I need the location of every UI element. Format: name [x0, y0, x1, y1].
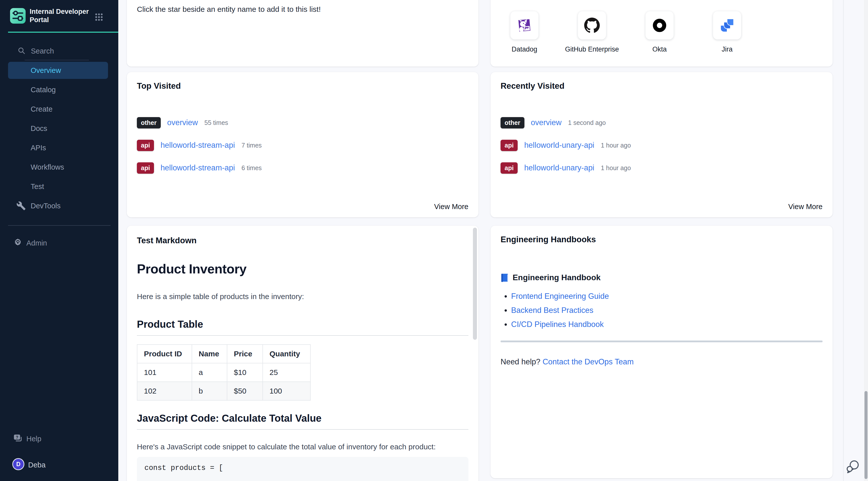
wrench-icon: [16, 201, 26, 211]
kind-badge[interactable]: api: [501, 162, 518, 174]
view-more-button[interactable]: View More: [788, 203, 823, 211]
column-header: Quantity: [263, 344, 310, 363]
sidebar-item-apis[interactable]: APIs: [8, 139, 108, 156]
support-chat-icon[interactable]: [846, 459, 860, 475]
column-header: Product ID: [137, 344, 192, 363]
sidebar-user[interactable]: D Deba: [0, 458, 118, 471]
handbook-link-cicd[interactable]: CI/CD Pipelines Handbook: [511, 320, 604, 329]
sidebar: Internal Developer Portal Search Overvie…: [0, 0, 118, 481]
integration-label: Datadog: [512, 46, 537, 53]
markdown-h2-js-code: JavaScript Code: Calculate Total Value: [137, 412, 468, 430]
sidebar-item-docs[interactable]: Docs: [8, 120, 108, 137]
search-divider: [25, 60, 89, 60]
integrations-card: Datadog GitHub Enterprise: [491, 0, 833, 67]
page-scrollbar-track[interactable]: [864, 0, 868, 481]
card-scrollbar-thumb[interactable]: [473, 228, 477, 340]
entity-link[interactable]: overview: [167, 118, 198, 127]
sidebar-item-help[interactable]: ? Help: [0, 432, 118, 445]
visit-count: 7 times: [241, 142, 262, 149]
entity-link[interactable]: helloworld-unary-api: [524, 141, 594, 150]
handbook-link-frontend[interactable]: Frontend Engineering Guide: [511, 292, 609, 301]
kind-badge[interactable]: other: [501, 117, 524, 128]
integration-okta[interactable]: Okta: [632, 11, 687, 53]
entity-link[interactable]: helloworld-unary-api: [524, 163, 594, 172]
sidebar-item-admin[interactable]: Admin: [0, 236, 118, 250]
integrations-row: Datadog GitHub Enterprise: [491, 11, 833, 53]
top-visited-card: Top Visited other overview 55 times api …: [127, 72, 478, 217]
handbook-links-list: Frontend Engineering Guide Backend Best …: [501, 291, 823, 329]
visited-row: other overview 1 second ago: [501, 116, 823, 129]
recently-visited-card: Recently Visited other overview 1 second…: [491, 72, 833, 217]
svg-text:?: ?: [16, 435, 18, 440]
visited-row: api helloworld-stream-api 6 times: [137, 161, 468, 174]
entity-link[interactable]: overview: [531, 118, 562, 127]
thick-divider: [501, 340, 823, 342]
search-input[interactable]: Search: [0, 44, 118, 58]
kind-badge[interactable]: api: [137, 162, 154, 174]
recently-visited-list: other overview 1 second ago api hellowor…: [501, 116, 823, 174]
entity-link[interactable]: helloworld-stream-api: [160, 163, 235, 172]
list-item: CI/CD Pipelines Handbook: [501, 320, 823, 329]
column-header: Name: [192, 344, 227, 363]
markdown-intro: Here is a simple table of products in th…: [137, 291, 468, 303]
sidebar-item-devtools[interactable]: DevTools: [8, 197, 108, 214]
book-icon: [501, 273, 508, 282]
sidebar-item-catalog[interactable]: Catalog: [8, 81, 108, 98]
sidebar-accent-divider: [8, 32, 118, 33]
sidebar-item-overview[interactable]: Overview: [8, 62, 108, 79]
visited-row: api helloworld-stream-api 7 times: [137, 139, 468, 152]
jira-icon: [713, 11, 741, 39]
recently-visited-title: Recently Visited: [501, 81, 823, 91]
search-icon: [18, 47, 26, 55]
sidebar-item-workflows[interactable]: Workflows: [8, 158, 108, 176]
visited-row: api helloworld-unary-api 1 hour ago: [501, 161, 823, 174]
code-text: const products = [: [145, 464, 223, 472]
entity-link[interactable]: helloworld-stream-api: [160, 141, 235, 150]
markdown-card-title: Test Markdown: [137, 236, 468, 245]
contact-devops-link[interactable]: Contact the DevOps Team: [542, 357, 634, 366]
sidebar-item-create[interactable]: Create: [8, 100, 108, 118]
column-header: Price: [227, 344, 263, 363]
okta-icon: [646, 11, 674, 39]
table-row: 102 b $50 100: [137, 382, 310, 400]
markdown-h1: Product Inventory: [137, 261, 468, 276]
markdown-js-intro: Here's a JavaScript code snippet to calc…: [137, 441, 446, 453]
visited-row: other overview 55 times: [137, 116, 468, 129]
kind-badge[interactable]: other: [137, 117, 161, 128]
markdown-h2-product-table: Product Table: [137, 318, 468, 336]
handbook-link-backend[interactable]: Backend Best Practices: [511, 306, 593, 315]
sidebar-item-test[interactable]: Test: [8, 178, 108, 195]
top-visited-list: other overview 55 times api helloworld-s…: [137, 116, 468, 174]
datadog-icon: [510, 11, 538, 39]
integration-github[interactable]: GitHub Enterprise: [564, 11, 620, 53]
visit-time: 1 second ago: [568, 119, 606, 126]
handbook-section-title: Engineering Handbook: [513, 273, 600, 282]
help-label: Help: [26, 435, 41, 443]
content-right-border: [843, 0, 844, 481]
search-placeholder: Search: [31, 47, 54, 55]
visit-time: 1 hour ago: [601, 164, 631, 172]
visited-row: api helloworld-unary-api 1 hour ago: [501, 139, 823, 152]
integration-datadog[interactable]: Datadog: [497, 11, 552, 53]
list-item: Backend Best Practices: [501, 305, 823, 315]
kind-badge[interactable]: api: [501, 140, 518, 151]
help-chat-icon: ?: [13, 433, 24, 444]
integration-jira[interactable]: Jira: [700, 11, 755, 53]
kind-badge[interactable]: api: [137, 140, 154, 151]
integration-label: GitHub Enterprise: [565, 46, 619, 53]
code-block: const products = [: [137, 457, 468, 481]
product-table: Product ID Name Price Quantity 101 a $10…: [137, 344, 311, 400]
top-visited-title: Top Visited: [137, 81, 468, 91]
user-name: Deba: [28, 461, 45, 469]
sidebar-divider: [8, 225, 111, 226]
visit-count: 55 times: [205, 119, 228, 126]
engineering-handbooks-card: Engineering Handbooks Engineering Handbo…: [491, 226, 833, 478]
view-more-button[interactable]: View More: [434, 203, 468, 211]
visit-count: 6 times: [241, 164, 262, 172]
starred-entities-card: Click the star beside an entity name to …: [127, 0, 478, 67]
app-logo-icon[interactable]: [10, 8, 26, 24]
table-row: 101 a $10 25: [137, 363, 310, 382]
app-grid-icon[interactable]: [95, 13, 103, 21]
app-title: Internal Developer Portal: [30, 7, 92, 24]
page-scrollbar-thumb[interactable]: [865, 391, 868, 479]
